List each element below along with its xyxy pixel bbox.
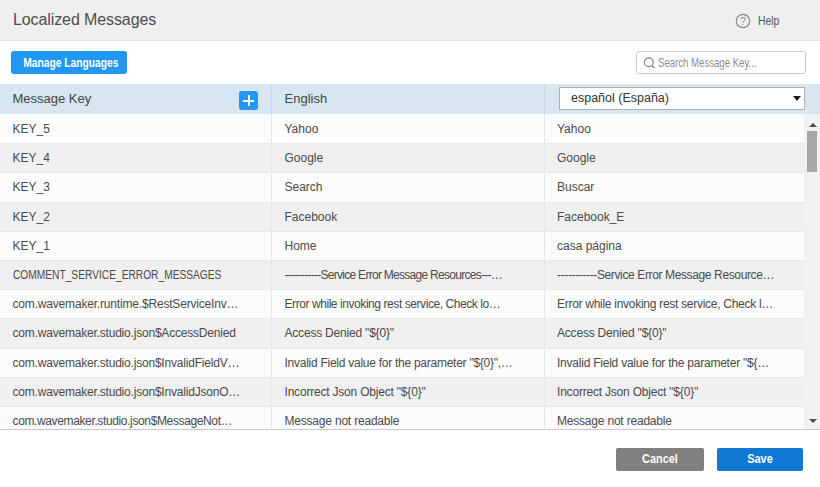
svg-text:?: ? bbox=[740, 14, 746, 26]
